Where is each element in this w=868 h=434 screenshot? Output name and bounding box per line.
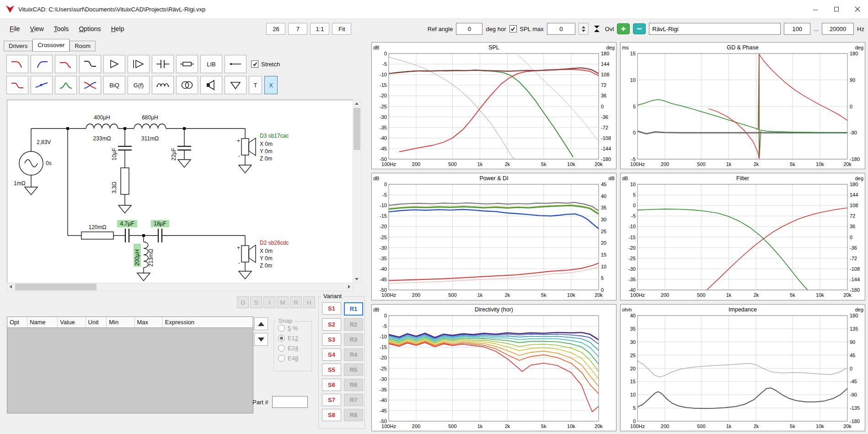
gain-block-button[interactable] [103,55,125,73]
highpass-block-button[interactable] [31,55,53,73]
driver-d3[interactable] [239,129,256,173]
spl-max-input[interactable] [547,23,575,35]
capacitor-c4[interactable] [158,229,162,242]
variant-s1-button[interactable]: S1 [322,302,341,315]
move-down-button[interactable] [254,333,268,346]
variant-r3-button[interactable]: R3 [344,333,363,346]
ground-tool-button[interactable] [225,76,246,94]
capacitor-c3[interactable] [125,229,129,242]
stretch-checkbox[interactable] [251,60,258,68]
variant-r1-button[interactable]: R1 [344,302,363,316]
wire-net[interactable] [31,129,245,236]
inductor-l2[interactable] [134,124,166,129]
crossover-block-button[interactable] [79,76,101,94]
biquad-button[interactable]: BiQ [103,76,125,94]
driver-d2[interactable] [239,236,256,279]
optimizer-s-button[interactable]: S [250,296,262,308]
menu-tools[interactable]: Tools [49,23,74,35]
lib-button[interactable]: LIB [200,55,222,73]
optimizer-i-button[interactable]: I [263,296,275,308]
menu-file[interactable]: File [5,23,25,35]
optimizer-o-button[interactable]: O [237,296,249,308]
freq-min-input[interactable] [784,23,810,35]
tab-drivers[interactable]: Drivers [4,41,32,51]
scroll-up-icon[interactable] [353,100,360,107]
stretch-option[interactable]: Stretch [251,60,280,68]
inductor-tool-button[interactable] [152,76,174,94]
resistor-r2[interactable] [81,232,113,239]
horizontal-scrollbar[interactable] [7,283,353,291]
column-header-expression[interactable]: Expression [163,317,253,327]
radio-icon[interactable] [278,345,285,352]
schematic-canvas[interactable]: 2,83V 0s 1mΩ 400µH 233mΩ 10µF 3,3Ω 680µH… [7,100,353,283]
spl-max-checkbox[interactable] [509,25,517,32]
zoom-1to1-button[interactable]: 1:1 [310,23,329,35]
snap-option-e24[interactable]: E24 [278,345,311,352]
capacitor-c2[interactable] [177,129,191,167]
scroll-left-icon[interactable] [7,283,14,290]
scroll-down-icon[interactable] [353,276,360,283]
shelf-block-button[interactable] [79,55,101,73]
variant-s5-button[interactable]: S5 [322,364,341,376]
capacitor-c1-resistor-r1[interactable] [118,129,132,213]
delete-tool-button[interactable]: X [264,76,278,94]
grid-height-button[interactable]: 7 [288,23,307,35]
buffer-block-button[interactable] [128,55,150,73]
column-header-opt[interactable]: Opt [7,317,27,327]
column-header-unit[interactable]: Unit [86,317,107,327]
fit-vertical-button[interactable] [592,23,602,34]
variant-r2-button[interactable]: R2 [344,318,363,331]
close-button[interactable] [847,0,868,18]
snap-option-5[interactable]: 5 % [278,325,311,332]
variant-r4-button[interactable]: R4 [344,348,363,361]
overlay-add-button[interactable] [617,23,630,34]
ref-angle-input[interactable] [456,23,482,35]
column-header-max[interactable]: Max [135,317,163,327]
variant-s3-button[interactable]: S3 [322,333,341,346]
menu-options[interactable]: Options [74,23,106,35]
variant-s2-button[interactable]: S2 [322,318,341,331]
parameter-table-body[interactable] [7,328,253,413]
move-up-button[interactable] [254,317,268,330]
lowpass2-block-button[interactable] [55,55,77,73]
scroll-right-icon[interactable] [346,283,353,290]
column-header-name[interactable]: Name [27,317,58,327]
minimize-button[interactable] [805,0,826,18]
snap-option-e12[interactable]: E12 [278,335,311,342]
speaker-tool-button[interactable] [200,76,222,94]
project-name-input[interactable] [649,23,781,35]
spl-max-spinner[interactable] [579,23,589,35]
transfer-function-button[interactable]: G(f) [128,76,150,94]
radio-icon[interactable] [278,355,285,362]
column-header-min[interactable]: Min [107,317,134,327]
variant-s6-button[interactable]: S6 [322,379,341,391]
capacitor-tool-button[interactable] [152,55,174,73]
zoom-fit-button[interactable]: Fit [332,23,351,35]
radio-icon[interactable] [278,335,285,342]
variant-s8-button[interactable]: S8 [322,409,341,421]
snap-option-e48[interactable]: E48 [278,355,311,362]
optimizer-m-button[interactable]: M [277,296,289,308]
lowpass-block-button[interactable] [6,55,28,73]
maximize-button[interactable] [826,0,847,18]
overlay-remove-button[interactable] [633,23,646,34]
part-number-input[interactable] [272,396,308,408]
menu-view[interactable]: View [25,23,49,35]
wire-tool-button[interactable] [225,55,246,73]
variant-s7-button[interactable]: S7 [322,394,341,406]
variant-r7-button[interactable]: R7 [344,394,363,406]
horizontal-scroll-thumb[interactable] [15,284,96,290]
variant-s4-button[interactable]: S4 [322,348,341,361]
optimizer-r-button[interactable]: R [290,296,302,308]
variant-r5-button[interactable]: R5 [344,364,363,376]
allpass-block-button[interactable] [31,76,53,94]
tab-crossover[interactable]: Crossover [32,39,70,52]
optimizer-h-button[interactable]: H [303,296,315,308]
grid-width-button[interactable]: 26 [266,23,285,35]
freq-max-input[interactable] [822,23,854,35]
variant-r8-button[interactable]: R8 [344,409,363,421]
vertical-scroll-thumb[interactable] [354,108,360,150]
vertical-scrollbar[interactable] [353,100,361,283]
highshelf-block-button[interactable] [6,76,28,94]
column-header-value[interactable]: Value [58,317,86,327]
